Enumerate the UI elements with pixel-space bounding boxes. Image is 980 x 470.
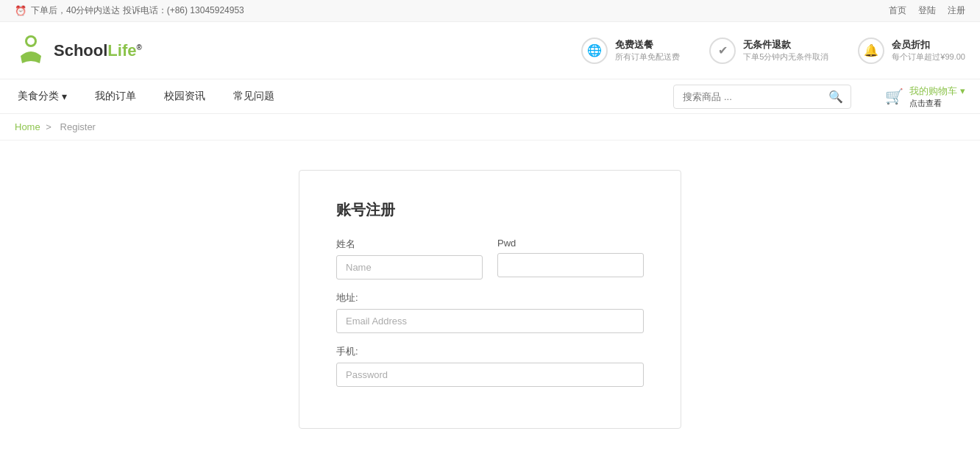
clock-icon: ⏰	[15, 5, 26, 16]
feature-discount: 🔔 会员折扣 每个订单超过¥99.00	[858, 38, 965, 64]
top-bar-links: 首页 登陆 注册	[889, 4, 965, 17]
globe-icon: 🌐	[581, 38, 608, 64]
header: SchoolLife® 🌐 免费送餐 所有订单免配送费 ✔ 无条件退款 下单5分…	[0, 22, 980, 79]
logo-life: Life	[107, 41, 136, 60]
pwd-input[interactable]	[497, 253, 644, 277]
email-input[interactable]	[336, 309, 644, 333]
top-bar-notice: ⏰ 下单后，40分钟内送达 投诉电话：(+86) 13045924953	[15, 4, 244, 17]
refund-subtitle: 下单5分钟内无条件取消	[743, 51, 828, 63]
nav: 美食分类 ▾ 我的订单 校园资讯 常见问题 🔍 🛒 我的购物车 ▾ 点击查看	[0, 79, 980, 114]
address-label: 地址:	[336, 291, 644, 305]
address-group: 地址:	[336, 291, 644, 333]
features: 🌐 免费送餐 所有订单免配送费 ✔ 无条件退款 下单5分钟内无条件取消 🔔 会员…	[581, 38, 965, 64]
nav-my-orders[interactable]: 我的订单	[92, 79, 139, 113]
search-button[interactable]: 🔍	[821, 85, 851, 108]
feature-refund: ✔ 无条件退款 下单5分钟内无条件取消	[709, 38, 828, 64]
phone-input[interactable]	[336, 363, 644, 387]
name-input[interactable]	[336, 255, 483, 279]
svg-point-1	[27, 38, 35, 45]
logo: SchoolLife®	[15, 34, 142, 67]
home-link[interactable]: 首页	[889, 4, 906, 17]
name-label: 姓名	[336, 238, 483, 251]
nav-faq[interactable]: 常见问题	[230, 79, 277, 113]
discount-title: 会员折扣	[892, 38, 965, 51]
breadcrumb-home[interactable]: Home	[15, 121, 40, 132]
register-link[interactable]: 注册	[948, 4, 965, 17]
logo-school: School	[54, 41, 107, 60]
cart-sub: 点击查看	[909, 98, 965, 109]
pwd-group: Pwd	[497, 238, 644, 279]
search-bar: 🔍	[673, 85, 851, 109]
feature-free-delivery: 🌐 免费送餐 所有订单免配送费	[581, 38, 680, 64]
dropdown-icon: ▾	[62, 90, 67, 102]
register-box: 账号注册 姓名 Pwd 地址: 手机:	[299, 170, 681, 429]
breadcrumb-current: Register	[60, 121, 96, 132]
discount-subtitle: 每个订单超过¥99.00	[892, 51, 965, 63]
cart-icon[interactable]: 🛒	[885, 88, 903, 105]
breadcrumb-separator: >	[46, 121, 52, 132]
register-title: 账号注册	[336, 200, 644, 220]
search-input[interactable]	[674, 87, 821, 107]
cart-area: 🛒 我的购物车 ▾ 点击查看	[885, 85, 965, 109]
bell-icon: 🔔	[858, 38, 884, 64]
nav-campus-news[interactable]: 校园资讯	[161, 79, 208, 113]
cart-link[interactable]: 我的购物车 ▾	[909, 85, 965, 96]
check-icon: ✔	[709, 38, 736, 64]
free-delivery-title: 免费送餐	[615, 38, 680, 51]
logo-reg: ®	[136, 43, 141, 51]
main-content: 账号注册 姓名 Pwd 地址: 手机:	[0, 140, 980, 458]
name-group: 姓名	[336, 238, 483, 279]
login-link[interactable]: 登陆	[918, 4, 936, 17]
logo-text: SchoolLife®	[54, 41, 142, 60]
top-bar-text: 下单后，40分钟内送达 投诉电话：(+86) 13045924953	[31, 4, 244, 17]
free-delivery-subtitle: 所有订单免配送费	[615, 51, 680, 63]
top-bar: ⏰ 下单后，40分钟内送达 投诉电话：(+86) 13045924953 首页 …	[0, 0, 980, 22]
pwd-label: Pwd	[497, 238, 644, 249]
refund-title: 无条件退款	[743, 38, 828, 51]
breadcrumb: Home > Register	[0, 114, 980, 140]
name-pwd-row: 姓名 Pwd	[336, 238, 644, 279]
nav-food-categories[interactable]: 美食分类 ▾	[15, 79, 70, 113]
phone-label: 手机:	[336, 345, 644, 358]
logo-icon	[15, 34, 48, 67]
phone-group: 手机:	[336, 345, 644, 387]
